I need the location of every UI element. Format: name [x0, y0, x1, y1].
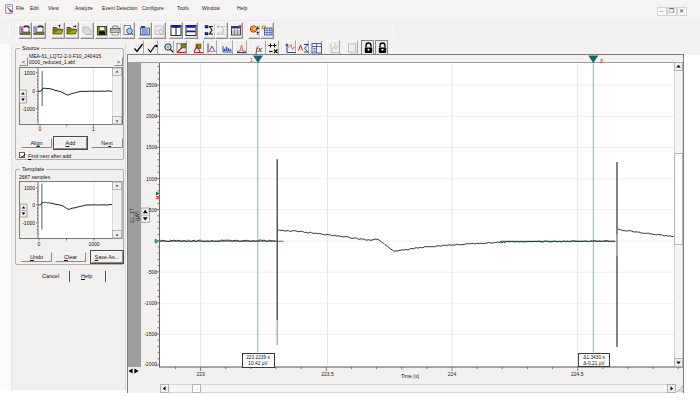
svg-text:-1000: -1000: [22, 220, 35, 226]
svg-text:0: 0: [39, 126, 42, 132]
svg-text:1000: 1000: [24, 185, 35, 191]
svg-text:1: 1: [92, 126, 95, 132]
svg-text:Σ: Σ: [313, 47, 317, 53]
svg-text:0: 0: [32, 202, 35, 208]
svg-text:fx: fx: [256, 44, 263, 54]
svg-text:-1000: -1000: [22, 106, 35, 112]
svg-text:Σ: Σ: [334, 43, 337, 48]
svg-text:1000: 1000: [88, 241, 99, 247]
svg-text:0: 0: [32, 88, 35, 94]
svg-text:0: 0: [38, 241, 41, 247]
svg-text:1000: 1000: [24, 70, 35, 76]
